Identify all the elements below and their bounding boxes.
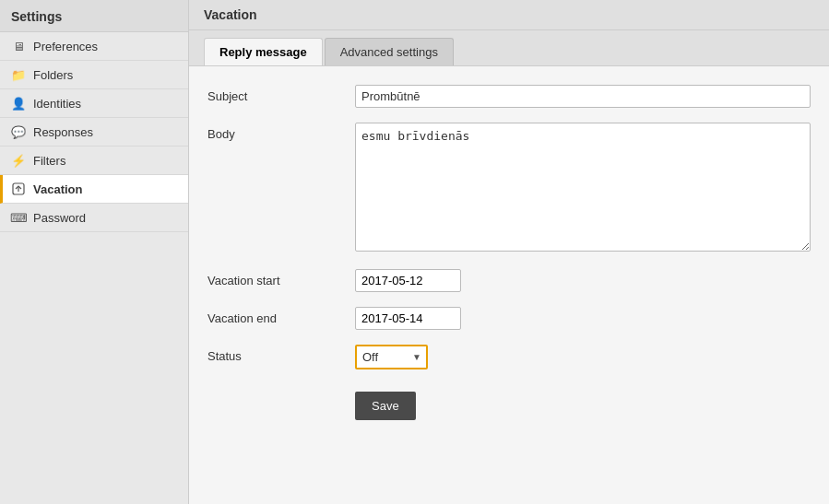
folders-icon: 📁: [11, 67, 26, 82]
vacation-start-input[interactable]: [355, 269, 461, 292]
sidebar-item-folders[interactable]: 📁 Folders: [0, 61, 188, 89]
password-icon: ⌨: [11, 210, 26, 225]
sidebar-item-label: Filters: [33, 154, 65, 168]
sidebar-item-label: Vacation: [33, 182, 82, 196]
sidebar-item-vacation[interactable]: Vacation: [0, 175, 188, 204]
subject-input[interactable]: [355, 85, 811, 108]
filters-icon: ⚡: [11, 153, 26, 168]
sidebar: Settings 🖥 Preferences 📁 Folders 👤 Ident…: [0, 0, 189, 504]
vacation-end-control: [355, 307, 811, 330]
subject-control: [355, 85, 811, 108]
body-label: Body: [207, 123, 355, 141]
body-row: Body: [207, 123, 811, 254]
status-control: Off On ▼: [355, 345, 811, 369]
body-textarea[interactable]: [355, 123, 811, 252]
vacation-end-label: Vacation end: [207, 307, 355, 325]
status-row: Status Off On ▼: [207, 345, 811, 369]
sidebar-item-label: Password: [33, 211, 86, 225]
status-select[interactable]: Off On: [357, 346, 408, 368]
vacation-start-row: Vacation start: [207, 269, 811, 292]
sidebar-item-password[interactable]: ⌨ Password: [0, 204, 188, 232]
sidebar-title: Settings: [0, 0, 188, 32]
tab-reply-message[interactable]: Reply message: [204, 38, 323, 65]
save-row: Save: [207, 384, 811, 420]
sidebar-item-label: Preferences: [33, 40, 98, 53]
vacation-start-control: [355, 269, 811, 292]
subject-label: Subject: [207, 85, 355, 103]
main-title: Vacation: [189, 0, 829, 30]
sidebar-item-preferences[interactable]: 🖥 Preferences: [0, 32, 188, 61]
sidebar-item-label: Responses: [33, 125, 93, 139]
status-select-wrap: Off On ▼: [355, 345, 428, 369]
sidebar-item-label: Identities: [33, 97, 81, 111]
status-label: Status: [207, 345, 355, 363]
preferences-icon: 🖥: [11, 39, 26, 53]
form-area: Subject Body Vacation start Vacation end: [189, 66, 829, 504]
save-control: Save: [355, 384, 811, 420]
body-control: [355, 123, 811, 254]
main-content: Vacation Reply message Advanced settings…: [189, 0, 829, 504]
sidebar-item-filters[interactable]: ⚡ Filters: [0, 147, 188, 175]
vacation-start-label: Vacation start: [207, 269, 355, 287]
subject-row: Subject: [207, 85, 811, 108]
sidebar-item-responses[interactable]: 💬 Responses: [0, 118, 188, 147]
tabs-container: Reply message Advanced settings: [189, 30, 829, 66]
save-button[interactable]: Save: [355, 392, 416, 420]
responses-icon: 💬: [11, 124, 26, 139]
vacation-end-row: Vacation end: [207, 307, 811, 330]
sidebar-item-label: Folders: [33, 68, 73, 82]
status-dropdown-arrow: ▼: [408, 352, 426, 362]
identities-icon: 👤: [11, 96, 26, 111]
tab-advanced-settings[interactable]: Advanced settings: [325, 38, 454, 65]
save-label-spacer: [207, 384, 355, 389]
vacation-end-input[interactable]: [355, 307, 461, 330]
vacation-icon: [11, 182, 26, 196]
sidebar-item-identities[interactable]: 👤 Identities: [0, 89, 188, 118]
